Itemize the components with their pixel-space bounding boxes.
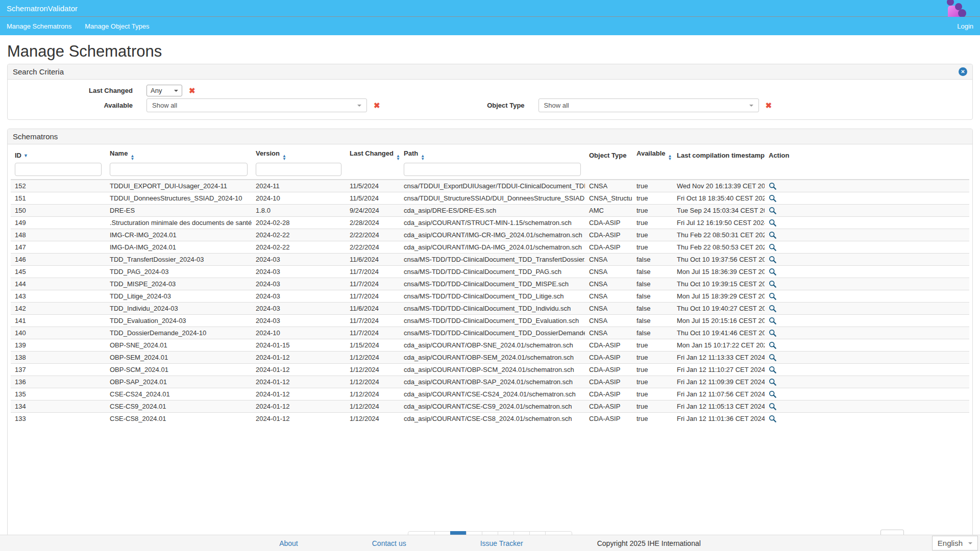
main-content: Manage Schematrons Search Criteria ✕ Las… <box>0 42 980 550</box>
table-row: 149.Structuration minimale des documents… <box>11 217 969 229</box>
table-row: 144TDD_MISPE_2024-032024-0311/7/2024cnsa… <box>11 278 969 290</box>
schematrons-table: ID▼Name▲▼Version▲▼Last Changed▲▼Path▲▼Ob… <box>11 147 969 424</box>
table-row: 145TDD_PAG_2024-032024-0311/7/2024cnsa/M… <box>11 266 969 278</box>
view-details-icon[interactable] <box>769 305 777 313</box>
table-row: 146TDD_TransfertDossier_2024-032024-0311… <box>11 254 969 266</box>
column-header-version[interactable]: Version▲▼ <box>252 147 346 162</box>
table-row: 135CSE-CS24_2024.012024-01-121/12/2024cd… <box>11 388 969 400</box>
table-row: 136OBP-SAP_2024.012024-01-121/12/2024cda… <box>11 376 969 388</box>
search-criteria-title: Search Criteria <box>13 67 64 76</box>
sort-toggle-icon[interactable]: ▲▼ <box>130 155 134 161</box>
table-row: 150DRE-ES1.8.09/24/2024cda_asip/DRE-ES/D… <box>11 205 969 217</box>
search-criteria-body: Last Changed Any ✖ Available Show all <box>8 80 972 119</box>
view-details-icon[interactable] <box>769 219 777 227</box>
nav-login[interactable]: Login <box>957 22 980 30</box>
schematrons-title: Schematrons <box>13 132 58 141</box>
footer-link-contact-us[interactable]: Contact us <box>372 539 406 547</box>
column-header-last-changed[interactable]: Last Changed▲▼ <box>346 147 400 162</box>
view-details-icon[interactable] <box>769 378 777 386</box>
object-type-select[interactable]: Show all <box>538 98 759 112</box>
schematrons-body: ID▼Name▲▼Version▲▼Last Changed▲▼Path▲▼Ob… <box>8 144 972 549</box>
page-title: Manage Schematrons <box>7 42 973 61</box>
search-criteria-header: Search Criteria ✕ <box>8 64 972 80</box>
view-details-icon[interactable] <box>769 207 777 215</box>
table-row: 152TDDUI_EXPORT_DUI-Usager_2024-112024-1… <box>11 180 969 192</box>
column-header-id[interactable]: ID▼ <box>11 147 106 162</box>
last-changed-row: Last Changed Any ✖ <box>8 85 972 96</box>
column-header-object-type: Object Type <box>585 147 632 162</box>
view-details-icon[interactable] <box>769 317 777 325</box>
chevron-down-icon <box>968 542 972 544</box>
gazelle-logo-icon <box>946 0 974 17</box>
object-type-label: Object Type <box>380 102 525 109</box>
chevron-down-icon <box>749 105 753 107</box>
view-details-icon[interactable] <box>769 280 777 288</box>
table-row: 137OBP-SCM_2024.012024-01-121/12/2024cda… <box>11 364 969 376</box>
sort-toggle-icon[interactable]: ▲▼ <box>282 155 286 161</box>
footer-link-issue-tracker[interactable]: Issue Tracker <box>480 539 523 547</box>
search-criteria-panel: Search Criteria ✕ Last Changed Any ✖ Ava… <box>7 64 973 120</box>
view-details-icon[interactable] <box>769 403 777 411</box>
schematrons-panel: Schematrons ID▼Name▲▼Version▲▼Last Chang… <box>7 129 973 550</box>
chevron-down-icon <box>174 90 178 92</box>
last-changed-label: Last Changed <box>8 87 133 94</box>
filter-input-version[interactable] <box>256 163 341 176</box>
column-header-name[interactable]: Name▲▼ <box>106 147 252 162</box>
table-row: 143TDD_Litige_2024-032024-0311/7/2024cns… <box>11 290 969 303</box>
table-row: 134CSE-CS9_2024.012024-01-121/12/2024cda… <box>11 400 969 413</box>
last-changed-select[interactable]: Any <box>146 85 182 96</box>
table-row: 151TDDUI_DonneesStructures_SSIAD_2024-10… <box>11 192 969 205</box>
view-details-icon[interactable] <box>769 366 777 374</box>
view-details-icon[interactable] <box>769 231 777 239</box>
view-details-icon[interactable] <box>769 194 777 203</box>
nav-manage-object-types[interactable]: Manage Object Types <box>78 22 156 30</box>
clear-last-changed-icon[interactable]: ✖ <box>189 87 195 94</box>
table-row: 133CSE-CS8_2024.012024-01-121/12/2024cda… <box>11 413 969 425</box>
main-navbar: Manage Schematrons Manage Object Types L… <box>0 17 980 35</box>
clear-available-icon[interactable]: ✖ <box>374 102 380 109</box>
table-row: 141TDD_Evaluation_2024-032024-0311/7/202… <box>11 315 969 327</box>
nav-manage-schematrons[interactable]: Manage Schematrons <box>0 22 78 30</box>
clear-object-type-icon[interactable]: ✖ <box>766 102 772 109</box>
sort-toggle-icon[interactable]: ▲▼ <box>396 155 400 161</box>
view-details-icon[interactable] <box>769 243 777 252</box>
view-details-icon[interactable] <box>769 415 777 423</box>
view-details-icon[interactable] <box>769 292 777 300</box>
filter-input-name[interactable] <box>110 163 248 176</box>
copyright-text: Copyright 2025 IHE International <box>597 539 701 547</box>
table-row: 138OBP-SEM_2024.012024-01-121/12/2024cda… <box>11 352 969 364</box>
sort-toggle-icon[interactable]: ▲▼ <box>421 155 425 161</box>
view-details-icon[interactable] <box>769 341 777 349</box>
table-row: 147IMG-DA-IMG_2024.012024-02-222/22/2024… <box>11 241 969 254</box>
app-brand[interactable]: SchematronValidator <box>0 4 78 13</box>
table-row: 148IMG-CR-IMG_2024.012024-02-222/22/2024… <box>11 229 969 241</box>
available-select[interactable]: Show all <box>146 98 367 112</box>
column-header-path[interactable]: Path▲▼ <box>400 147 585 162</box>
chevron-down-icon <box>357 105 361 107</box>
available-label: Available <box>8 102 133 109</box>
view-details-icon[interactable] <box>769 256 777 264</box>
view-details-icon[interactable] <box>769 329 777 337</box>
view-details-icon[interactable] <box>769 390 777 398</box>
table-row: 142TDD_Individu_2024-032024-0311/6/2024c… <box>11 303 969 315</box>
filter-input-path[interactable] <box>404 163 581 176</box>
column-header-last-compilation-timestamp: Last compilation timestamp <box>673 147 765 162</box>
view-details-icon[interactable] <box>769 182 777 190</box>
column-header-action: Action <box>765 147 969 162</box>
table-row: 139OBP-SNE_2024.012024-01-151/15/2024cda… <box>11 339 969 352</box>
collapse-panel-icon[interactable]: ✕ <box>959 67 967 76</box>
footer-link-about[interactable]: About <box>279 539 298 547</box>
filter-input-id[interactable] <box>15 163 102 176</box>
available-object-type-row: Available Show all ✖ Object Type Show al… <box>8 98 972 112</box>
view-details-icon[interactable] <box>769 354 777 362</box>
footer-bar: AboutContact usIssue TrackerCopyright 20… <box>0 535 980 551</box>
language-select[interactable]: English <box>932 536 978 550</box>
table-row: 140TDD_DossierDemande_2024-102024-1011/7… <box>11 327 969 339</box>
sort-toggle-icon[interactable]: ▲▼ <box>668 155 672 161</box>
top-header-bar: SchematronValidator <box>0 0 980 17</box>
schematrons-header: Schematrons <box>8 129 972 144</box>
sort-desc-icon[interactable]: ▼ <box>23 153 28 158</box>
column-header-available[interactable]: Available▲▼ <box>632 147 673 162</box>
view-details-icon[interactable] <box>769 268 777 276</box>
